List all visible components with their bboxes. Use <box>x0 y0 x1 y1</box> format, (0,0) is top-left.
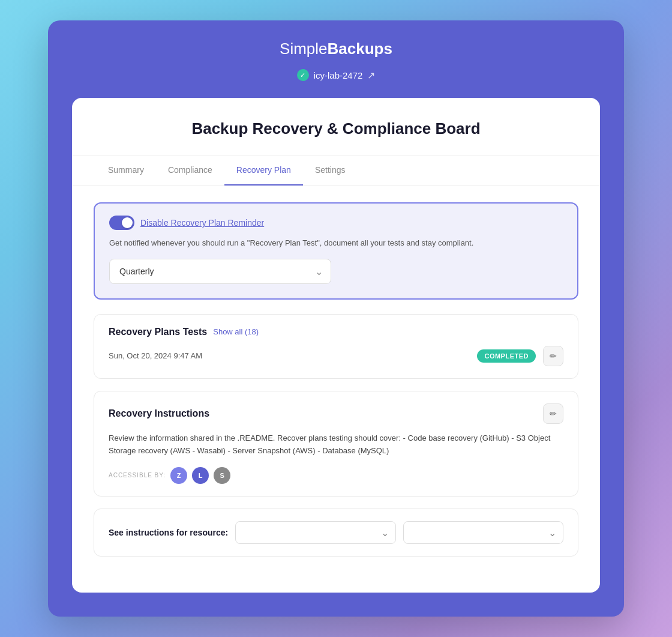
instructions-title: Recovery Instructions <box>109 408 209 419</box>
avatar-s: S <box>214 467 230 484</box>
resource-select-2-wrapper <box>403 521 563 544</box>
logo-text-bold: Backups <box>328 40 392 58</box>
reminder-box: Disable Recovery Plan Reminder Get notif… <box>94 202 578 300</box>
test-date: Sun, Oct 20, 2024 9:47 AM <box>109 351 202 360</box>
check-icon: ✓ <box>297 69 309 81</box>
tabs-nav: Summary Compliance Recovery Plan Setting… <box>72 155 600 186</box>
tab-summary[interactable]: Summary <box>96 155 156 186</box>
recovery-tests-header: Recovery Plans Tests Show all (18) <box>109 327 563 337</box>
reminder-toggle-label[interactable]: Disable Recovery Plan Reminder <box>140 218 264 228</box>
section-title-row: Recovery Plans Tests Show all (18) <box>109 327 259 337</box>
recovery-tests-title: Recovery Plans Tests <box>109 327 207 337</box>
project-badge: ✓ icy-lab-2472 ↗ <box>297 69 376 81</box>
frequency-select-wrapper: Monthly Quarterly Bi-annually Annually <box>109 259 331 284</box>
tab-compliance[interactable]: Compliance <box>156 155 224 186</box>
instructions-content: Review the information shared in the .RE… <box>109 432 563 457</box>
recovery-tests-section: Recovery Plans Tests Show all (18) Sun, … <box>94 314 578 379</box>
reminder-description: Get notified whenever you should run a "… <box>109 237 563 249</box>
resource-selector-section: See instructions for resource: <box>94 509 578 557</box>
test-row: Sun, Oct 20, 2024 9:47 AM COMPLETED ✏ <box>109 346 563 366</box>
logo: SimpleBackups <box>280 40 392 58</box>
external-link-icon[interactable]: ↗ <box>367 70 375 81</box>
page-title: Backup Recovery & Compliance Board <box>72 98 600 155</box>
resource-label: See instructions for resource: <box>109 528 228 537</box>
reminder-header: Disable Recovery Plan Reminder <box>109 216 563 230</box>
recovery-instructions-section: Recovery Instructions ✏ Review the infor… <box>94 391 578 497</box>
edit-instructions-button[interactable]: ✏ <box>543 403 563 424</box>
avatar-l: L <box>192 467 209 484</box>
show-all-link[interactable]: Show all (18) <box>213 327 259 336</box>
resource-select-1[interactable] <box>235 521 395 544</box>
content-card: Backup Recovery & Compliance Board Summa… <box>72 98 600 592</box>
logo-text-light: Simple <box>280 40 327 58</box>
edit-test-button[interactable]: ✏ <box>543 346 563 366</box>
resource-row: See instructions for resource: <box>109 521 563 544</box>
tab-recovery-plan[interactable]: Recovery Plan <box>224 155 303 186</box>
reminder-toggle[interactable] <box>109 216 134 230</box>
status-badge: COMPLETED <box>477 349 536 363</box>
project-name: icy-lab-2472 <box>314 70 363 80</box>
tab-settings[interactable]: Settings <box>303 155 358 186</box>
instructions-header: Recovery Instructions ✏ <box>109 403 563 424</box>
frequency-select[interactable]: Monthly Quarterly Bi-annually Annually <box>109 259 331 284</box>
main-card: SimpleBackups ✓ icy-lab-2472 ↗ Backup Re… <box>48 20 624 616</box>
tab-content: Disable Recovery Plan Reminder Get notif… <box>72 186 600 556</box>
header: SimpleBackups ✓ icy-lab-2472 ↗ <box>48 20 624 98</box>
accessible-label: ACCESSIBLE BY: <box>109 472 166 479</box>
avatar-z: Z <box>170 467 187 484</box>
resource-select-2[interactable] <box>403 521 563 544</box>
accessible-by-row: ACCESSIBLE BY: Z L S <box>109 467 563 484</box>
resource-select-1-wrapper <box>235 521 395 544</box>
